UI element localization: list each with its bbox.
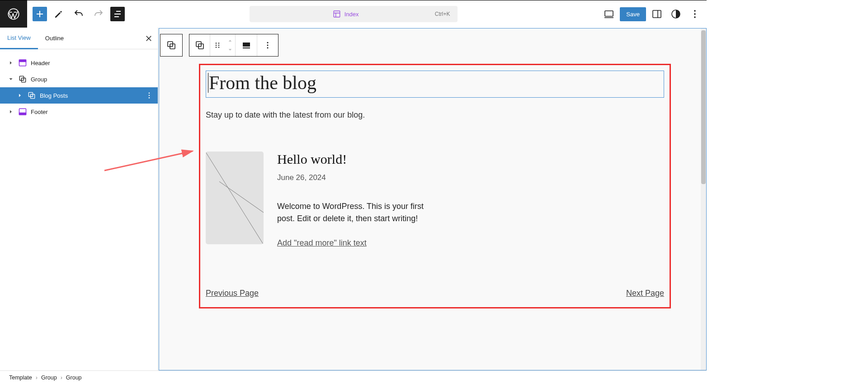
scrollbar-track[interactable] — [701, 28, 706, 370]
featured-image-placeholder[interactable] — [206, 152, 264, 244]
svg-rect-2 — [605, 11, 613, 16]
view-responsive-button[interactable] — [601, 6, 617, 22]
heading-text: From the blog — [209, 72, 316, 93]
breadcrumb-item[interactable]: Group — [66, 375, 82, 381]
top-toolbar: Index Ctrl+K Save — [0, 0, 707, 28]
undo-button[interactable] — [71, 6, 87, 22]
tree-item-header[interactable]: Header — [0, 55, 158, 71]
text-cursor — [208, 73, 208, 93]
chevron-right-icon — [16, 93, 24, 98]
svg-rect-29 — [243, 43, 250, 47]
tab-outline[interactable]: Outline — [38, 28, 71, 49]
block-type-button[interactable] — [189, 34, 210, 56]
header-block-icon — [18, 58, 27, 67]
tree-item-group[interactable]: Group — [0, 71, 158, 87]
post-date[interactable]: June 26, 2024 — [277, 173, 426, 182]
drag-handle[interactable] — [210, 34, 225, 56]
canvas-scroll[interactable]: From the blog Stay up to date with the l… — [159, 28, 706, 370]
document-overview-button[interactable] — [110, 7, 125, 21]
tree-item-options-button[interactable] — [145, 91, 153, 100]
toolbar-left — [27, 6, 130, 22]
tools-button[interactable] — [51, 6, 67, 22]
svg-point-16 — [149, 97, 150, 99]
svg-point-28 — [218, 47, 219, 47]
styles-button[interactable] — [668, 6, 684, 22]
next-page-link[interactable]: Next Page — [626, 289, 664, 298]
svg-rect-18 — [19, 113, 26, 115]
selected-group-outline[interactable]: From the blog Stay up to date with the l… — [199, 64, 671, 308]
svg-rect-3 — [653, 10, 661, 18]
panel-tabs: List View Outline — [0, 28, 158, 49]
svg-rect-9 — [19, 60, 26, 62]
svg-point-31 — [267, 42, 269, 43]
close-panel-button[interactable] — [140, 29, 158, 47]
tree-item-footer[interactable]: Footer — [0, 104, 158, 120]
block-options-button[interactable] — [257, 34, 278, 56]
editor-canvas[interactable]: From the blog Stay up to date with the l… — [159, 28, 707, 370]
breadcrumb-item[interactable]: Group — [41, 375, 57, 381]
svg-point-6 — [694, 13, 696, 15]
document-title: Index — [344, 11, 359, 18]
svg-point-14 — [149, 92, 150, 94]
tree-label: Header — [31, 60, 50, 66]
move-up-button[interactable] — [225, 36, 235, 45]
chevron-right-icon: › — [61, 375, 62, 381]
block-mover — [225, 34, 236, 56]
chevron-down-icon — [7, 76, 14, 82]
add-block-button[interactable] — [33, 7, 47, 21]
pagination: Previous Page Next Page — [206, 289, 664, 298]
tree-label: Group — [31, 76, 47, 83]
list-view-panel: List View Outline Header Group — [0, 28, 158, 370]
heading-block[interactable]: From the blog — [206, 71, 664, 98]
svg-point-26 — [218, 45, 219, 46]
svg-point-5 — [694, 10, 696, 12]
document-title-bar[interactable]: Index Ctrl+K — [250, 6, 458, 22]
chevron-right-icon: › — [36, 375, 38, 381]
svg-point-32 — [267, 45, 269, 46]
post-excerpt[interactable]: Welcome to WordPress. This is your first… — [277, 200, 426, 225]
block-toolbar — [160, 34, 278, 57]
block-breadcrumb: Template › Group › Group — [0, 370, 707, 384]
breadcrumb-item[interactable]: Template — [9, 375, 32, 381]
wordpress-logo[interactable] — [0, 0, 27, 28]
select-parent-button[interactable] — [160, 34, 182, 56]
align-button[interactable] — [236, 34, 257, 56]
post-item: Hello world! June 26, 2024 Welcome to Wo… — [206, 152, 664, 248]
tree-label: Blog Posts — [40, 92, 68, 99]
block-tree: Header Group Blog Posts Footer — [0, 49, 158, 125]
settings-sidebar-button[interactable] — [649, 6, 665, 22]
svg-point-23 — [216, 43, 217, 43]
post-title[interactable]: Hello world! — [277, 152, 426, 167]
toolbar-right: Save — [601, 6, 707, 22]
svg-point-24 — [218, 43, 219, 43]
svg-point-7 — [694, 16, 696, 18]
options-menu-button[interactable] — [687, 6, 703, 22]
tab-list-view[interactable]: List View — [0, 28, 38, 49]
template-icon — [333, 10, 341, 18]
move-down-button[interactable] — [225, 45, 235, 54]
chevron-right-icon — [7, 60, 14, 66]
group-block-icon — [27, 91, 36, 100]
paragraph-block[interactable]: Stay up to date with the latest from our… — [206, 110, 664, 120]
group-block-icon — [18, 75, 27, 84]
svg-rect-1 — [334, 11, 340, 17]
tree-label: Footer — [31, 109, 48, 115]
svg-point-15 — [149, 95, 150, 96]
svg-rect-30 — [243, 47, 250, 48]
save-button[interactable]: Save — [620, 7, 646, 21]
svg-point-25 — [216, 45, 217, 46]
svg-point-27 — [216, 47, 217, 47]
footer-block-icon — [18, 107, 27, 116]
scrollbar-thumb[interactable] — [701, 30, 706, 184]
prev-page-link[interactable]: Previous Page — [206, 289, 259, 298]
svg-point-33 — [267, 47, 269, 48]
tree-item-blog-posts[interactable]: Blog Posts — [0, 87, 158, 104]
command-shortcut: Ctrl+K — [435, 11, 450, 17]
chevron-right-icon — [7, 109, 14, 114]
redo-button[interactable] — [90, 6, 107, 22]
read-more-link[interactable]: Add "read more" link text — [277, 238, 426, 248]
